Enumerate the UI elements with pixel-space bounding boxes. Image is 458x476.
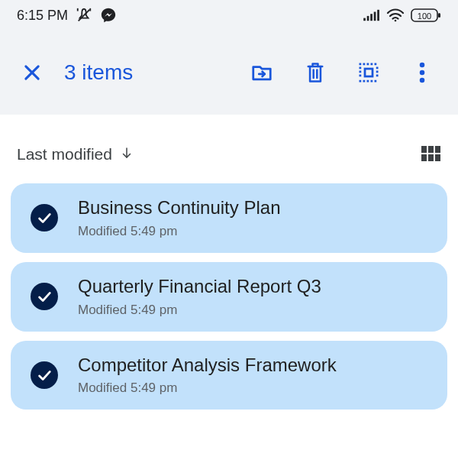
file-modified: Modified 5:49 pm (78, 224, 280, 239)
file-texts: Competitor Analysis Framework Modified 5… (78, 355, 337, 397)
select-all-button[interactable] (356, 60, 382, 86)
svg-rect-38 (435, 146, 440, 153)
close-selection-button[interactable] (17, 57, 47, 88)
svg-rect-4 (367, 16, 369, 21)
more-options-button[interactable] (409, 60, 435, 86)
selection-toolbar: 3 items (0, 31, 458, 115)
file-title: Quarterly Financial Report Q3 (78, 276, 321, 298)
svg-rect-19 (371, 63, 373, 66)
svg-rect-6 (374, 12, 376, 21)
messenger-icon (100, 7, 117, 24)
svg-rect-36 (421, 146, 427, 153)
status-bar: 6:15 PM (0, 0, 458, 31)
svg-rect-30 (376, 71, 379, 73)
svg-rect-31 (376, 75, 379, 77)
svg-point-34 (420, 78, 425, 83)
svg-rect-15 (365, 69, 373, 76)
file-modified: Modified 5:49 pm (78, 303, 321, 318)
selection-count: 3 items (64, 60, 249, 85)
grid-view-button[interactable] (421, 146, 441, 163)
svg-rect-37 (428, 146, 434, 153)
file-title: Competitor Analysis Framework (78, 355, 337, 377)
svg-point-33 (420, 70, 425, 76)
svg-rect-27 (360, 71, 362, 73)
status-right: 100 (363, 8, 441, 23)
selection-actions (249, 60, 435, 86)
file-list: Business Continuity Plan Modified 5:49 p… (0, 183, 458, 410)
svg-point-8 (395, 20, 397, 22)
svg-rect-20 (375, 63, 377, 66)
selected-check-icon[interactable] (31, 361, 58, 389)
file-texts: Quarterly Financial Report Q3 Modified 5… (78, 276, 321, 318)
file-item[interactable]: Competitor Analysis Framework Modified 5… (11, 341, 447, 410)
sort-label-text: Last modified (17, 145, 112, 164)
svg-rect-10 (438, 13, 440, 18)
status-left: 6:15 PM (17, 7, 117, 24)
svg-rect-24 (371, 80, 373, 83)
svg-rect-5 (370, 14, 373, 21)
arrow-down-icon (120, 145, 134, 164)
delete-button[interactable] (302, 60, 328, 86)
svg-point-32 (420, 63, 425, 68)
svg-rect-41 (435, 154, 440, 161)
svg-line-0 (79, 10, 90, 21)
svg-rect-29 (376, 67, 379, 70)
svg-rect-18 (367, 63, 369, 66)
status-time: 6:15 PM (17, 8, 68, 24)
svg-rect-16 (360, 63, 362, 66)
sort-button[interactable]: Last modified (17, 145, 134, 164)
battery-icon: 100 (411, 8, 441, 23)
mute-icon (76, 7, 92, 24)
svg-rect-39 (421, 154, 427, 161)
battery-text: 100 (418, 11, 431, 21)
file-item[interactable]: Quarterly Financial Report Q3 Modified 5… (11, 262, 447, 332)
svg-rect-26 (360, 67, 362, 70)
selected-check-icon[interactable] (31, 283, 58, 310)
svg-rect-3 (363, 18, 366, 21)
wifi-icon (386, 8, 405, 22)
svg-rect-21 (360, 80, 362, 83)
file-modified: Modified 5:49 pm (78, 380, 337, 396)
move-to-folder-button[interactable] (249, 60, 275, 86)
svg-rect-22 (363, 80, 366, 83)
file-title: Business Continuity Plan (78, 197, 280, 219)
svg-rect-23 (367, 80, 369, 83)
svg-rect-40 (428, 154, 434, 161)
file-texts: Business Continuity Plan Modified 5:49 p… (78, 197, 280, 239)
file-item[interactable]: Business Continuity Plan Modified 5:49 p… (11, 183, 447, 253)
svg-rect-7 (377, 10, 379, 21)
svg-rect-17 (363, 63, 366, 66)
sort-row: Last modified (0, 115, 458, 183)
signal-icon (363, 8, 380, 22)
svg-rect-25 (375, 80, 377, 83)
svg-rect-28 (360, 75, 362, 77)
selected-check-icon[interactable] (31, 204, 58, 232)
